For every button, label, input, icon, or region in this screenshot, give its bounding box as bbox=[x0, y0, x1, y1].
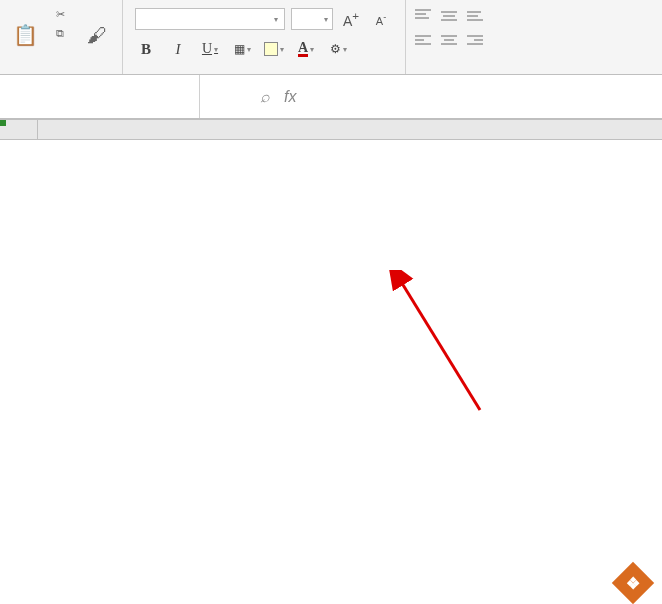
grow-font-button[interactable]: A+ bbox=[339, 8, 363, 30]
chevron-down-icon: ▾ bbox=[310, 45, 314, 54]
ribbon-group-font: ▾ ▾ A+ A- B I U▾ ▦▾ ▾ A▾ ⚙▾ bbox=[123, 0, 406, 74]
font-name-select[interactable]: ▾ bbox=[135, 8, 285, 30]
font-size-select[interactable]: ▾ bbox=[291, 8, 333, 30]
align-left-button[interactable] bbox=[414, 34, 436, 52]
office-badge-icon: ❖ bbox=[626, 574, 640, 593]
shrink-font-button[interactable]: A- bbox=[369, 8, 393, 30]
fill-color-icon bbox=[264, 42, 278, 56]
select-all-corner[interactable] bbox=[0, 120, 38, 140]
ribbon-group-clipboard: 📋 ✂ ⧉ 🖌 bbox=[0, 0, 123, 74]
fx-icon[interactable]: fx bbox=[284, 88, 296, 106]
formula-zone: ⌕ fx bbox=[200, 88, 296, 106]
ribbon-group-align bbox=[406, 0, 496, 74]
paste-button[interactable]: 📋 bbox=[4, 6, 46, 68]
settings-button[interactable]: ⚙▾ bbox=[327, 38, 349, 60]
chevron-down-icon: ▾ bbox=[280, 45, 284, 54]
column-headers bbox=[38, 120, 662, 140]
chevron-down-icon: ▾ bbox=[274, 15, 278, 24]
chevron-down-icon: ▾ bbox=[247, 45, 251, 54]
ribbon: 📋 ✂ ⧉ 🖌 ▾ bbox=[0, 0, 662, 75]
italic-button[interactable]: I bbox=[167, 38, 189, 60]
clipboard-small-stack: ✂ ⧉ bbox=[48, 6, 76, 42]
font-color-button[interactable]: A▾ bbox=[295, 38, 317, 60]
border-button[interactable]: ▦▾ bbox=[231, 38, 253, 60]
align-center-button[interactable] bbox=[440, 34, 462, 52]
format-painter-icon: 🖌 bbox=[87, 24, 107, 47]
chevron-down-icon: ▾ bbox=[343, 45, 347, 54]
chevron-down-icon: ▾ bbox=[214, 45, 218, 54]
chevron-down-icon: ▾ bbox=[324, 15, 328, 24]
shrink-font-icon: A- bbox=[376, 12, 386, 27]
align-middle-button[interactable] bbox=[440, 8, 462, 26]
red-arrow-annotation bbox=[380, 270, 580, 470]
underline-button[interactable]: U▾ bbox=[199, 38, 221, 60]
align-bottom-icon bbox=[466, 8, 484, 22]
align-right-icon bbox=[466, 34, 484, 48]
format-painter-button[interactable]: 🖌 bbox=[76, 6, 118, 68]
copy-button[interactable]: ⧉ bbox=[48, 25, 76, 42]
search-icon[interactable]: ⌕ bbox=[260, 88, 270, 106]
name-formula-bar: ⌕ fx bbox=[0, 75, 662, 120]
align-right-button[interactable] bbox=[466, 34, 488, 52]
align-left-icon bbox=[414, 34, 432, 48]
font-color-icon: A bbox=[298, 42, 308, 57]
scissors-icon: ✂ bbox=[52, 8, 68, 21]
align-bottom-button[interactable] bbox=[466, 8, 488, 26]
watermark-badge: ❖ bbox=[612, 562, 654, 604]
gear-icon: ⚙ bbox=[330, 42, 341, 57]
align-middle-icon bbox=[440, 8, 458, 22]
watermark: ❖ bbox=[618, 568, 654, 598]
border-icon: ▦ bbox=[234, 42, 245, 57]
cut-button[interactable]: ✂ bbox=[48, 6, 76, 23]
grow-font-icon: A+ bbox=[343, 9, 359, 29]
fill-color-button[interactable]: ▾ bbox=[263, 38, 285, 60]
align-center-icon bbox=[440, 34, 458, 48]
svg-line-18 bbox=[400, 280, 480, 410]
align-top-icon bbox=[414, 8, 432, 22]
bold-button[interactable]: B bbox=[135, 38, 157, 60]
copy-icon: ⧉ bbox=[52, 27, 68, 40]
name-box[interactable] bbox=[0, 75, 200, 118]
align-top-button[interactable] bbox=[414, 8, 436, 26]
paste-icon: 📋 bbox=[13, 23, 38, 47]
